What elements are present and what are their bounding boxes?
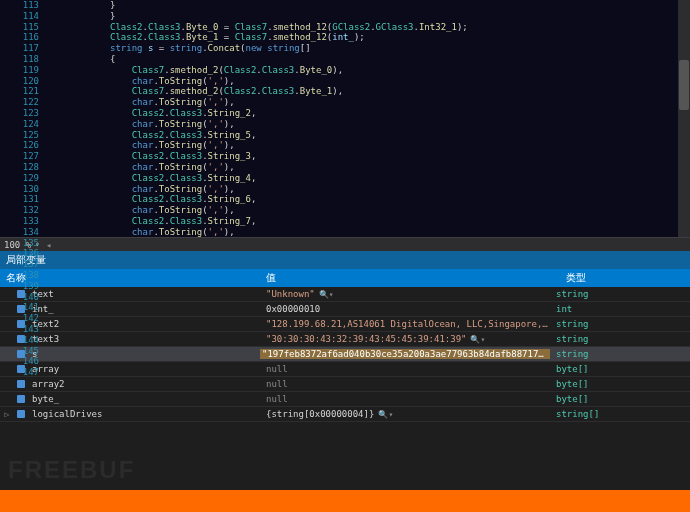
line-number: 141 xyxy=(0,302,39,313)
line-number: 146 xyxy=(0,356,39,367)
var-name: array2 xyxy=(30,379,260,389)
line-number: 114 xyxy=(0,11,39,22)
vertical-scrollbar[interactable] xyxy=(678,0,690,237)
code-line[interactable]: Class2.Class3.Byte_0 = Class7.smethod_12… xyxy=(45,22,690,33)
code-editor[interactable]: 1131141151161171181191201211221231241251… xyxy=(0,0,690,237)
locals-row[interactable]: int_0x00000010int xyxy=(0,302,690,317)
code-line[interactable]: Class2.Class3.String_7, xyxy=(45,216,690,227)
code-line[interactable]: char.ToString(','), xyxy=(45,140,690,151)
var-value[interactable]: "197feb8372af6ad040b30ce35a200a3ae77963b… xyxy=(260,349,550,359)
line-number: 120 xyxy=(0,76,39,87)
line-number: 127 xyxy=(0,151,39,162)
var-value[interactable]: null xyxy=(260,364,550,374)
magnify-icon[interactable]: 🔍▾ xyxy=(319,290,334,299)
header-name[interactable]: 名称 xyxy=(0,271,260,285)
code-line[interactable]: char.ToString(','), xyxy=(45,162,690,173)
line-number: 117 xyxy=(0,43,39,54)
var-type: string xyxy=(550,349,690,359)
var-value[interactable]: "Unknown"🔍▾ xyxy=(260,289,550,299)
code-line[interactable]: Class2.Class3.String_5, xyxy=(45,130,690,141)
var-name: byte_ xyxy=(30,394,260,404)
locals-row[interactable]: s"197feb8372af6ad040b30ce35a200a3ae77963… xyxy=(0,347,690,362)
code-line[interactable]: } xyxy=(45,0,690,11)
var-value[interactable]: null xyxy=(260,394,550,404)
header-type[interactable]: 类型 xyxy=(560,271,690,285)
code-line[interactable]: Class7.smethod_2(Class2.Class3.Byte_1), xyxy=(45,86,690,97)
var-type: byte[] xyxy=(550,379,690,389)
line-number: 131 xyxy=(0,194,39,205)
code-line[interactable]: Class2.Class3.String_6, xyxy=(45,194,690,205)
var-name: text2 xyxy=(30,319,260,329)
code-line[interactable]: char.ToString(','), xyxy=(45,97,690,108)
line-number: 128 xyxy=(0,162,39,173)
var-type: string[] xyxy=(550,409,690,419)
var-type: string xyxy=(550,319,690,329)
line-number: 137 xyxy=(0,259,39,270)
line-number: 147 xyxy=(0,367,39,378)
var-type: int xyxy=(550,304,690,314)
code-line[interactable]: string s = string.Concat(new string[] xyxy=(45,43,690,54)
scroll-left-icon[interactable]: ◂ xyxy=(46,240,51,250)
line-number: 145 xyxy=(0,346,39,357)
var-value[interactable]: "128.199.68.21,AS14061 DigitalOcean, LLC… xyxy=(260,319,550,329)
var-value[interactable]: {string[0x00000004]}🔍▾ xyxy=(260,409,550,419)
locals-row[interactable]: text2"128.199.68.21,AS14061 DigitalOcean… xyxy=(0,317,690,332)
var-name: int_ xyxy=(30,304,260,314)
header-value[interactable]: 值 xyxy=(260,271,560,285)
var-value[interactable]: null xyxy=(260,379,550,389)
expand-icon[interactable]: ▷ xyxy=(0,410,14,419)
locals-row[interactable]: arraynullbyte[] xyxy=(0,362,690,377)
code-line[interactable]: Class2.Class3.String_2, xyxy=(45,108,690,119)
code-line[interactable]: Class2.Class3.String_3, xyxy=(45,151,690,162)
code-line[interactable]: { xyxy=(45,54,690,65)
code-line[interactable]: } xyxy=(45,11,690,22)
var-name: array xyxy=(30,364,260,374)
code-content[interactable]: } } Class2.Class3.Byte_0 = Class7.smetho… xyxy=(45,0,690,237)
line-number: 142 xyxy=(0,313,39,324)
line-number: 130 xyxy=(0,184,39,195)
code-line[interactable]: char.ToString(','), xyxy=(45,76,690,87)
line-number: 144 xyxy=(0,335,39,346)
variable-icon xyxy=(14,409,28,419)
locals-row[interactable]: array2nullbyte[] xyxy=(0,377,690,392)
var-name: text xyxy=(30,289,260,299)
code-line[interactable]: Class2.Class3.Byte_1 = Class7.smethod_12… xyxy=(45,32,690,43)
line-number: 138 xyxy=(0,270,39,281)
line-number: 122 xyxy=(0,97,39,108)
line-number: 115 xyxy=(0,22,39,33)
line-number: 133 xyxy=(0,216,39,227)
line-number: 126 xyxy=(0,140,39,151)
line-number: 119 xyxy=(0,65,39,76)
line-number: 118 xyxy=(0,54,39,65)
locals-row[interactable]: ▷logicalDrives{string[0x00000004]}🔍▾stri… xyxy=(0,407,690,422)
status-bar xyxy=(0,490,690,512)
locals-row[interactable]: byte_nullbyte[] xyxy=(0,392,690,407)
locals-panel-header[interactable]: 局部变量 xyxy=(0,251,690,269)
code-line[interactable]: Class7.smethod_2(Class2.Class3.Byte_0), xyxy=(45,65,690,76)
code-line[interactable]: char.ToString(','), xyxy=(45,184,690,195)
locals-row[interactable]: text3"30:30:30:43:32:39:43:45:45:39:41:3… xyxy=(0,332,690,347)
zoom-bar: 100 % ▾ ◂ xyxy=(0,237,690,251)
code-line[interactable]: char.ToString(','), xyxy=(45,205,690,216)
code-line[interactable]: Class2.Class3.String_4, xyxy=(45,173,690,184)
var-name: text3 xyxy=(30,334,260,344)
magnify-icon[interactable]: 🔍▾ xyxy=(470,335,485,344)
code-line[interactable]: char.ToString(','), xyxy=(45,119,690,130)
var-value[interactable]: 0x00000010 xyxy=(260,304,550,314)
line-number: 129 xyxy=(0,173,39,184)
locals-grid-body[interactable]: text"Unknown"🔍▾stringint_0x00000010intte… xyxy=(0,287,690,422)
locals-row[interactable]: text"Unknown"🔍▾string xyxy=(0,287,690,302)
var-type: string xyxy=(550,289,690,299)
code-line[interactable]: char.ToString(','), xyxy=(45,227,690,237)
var-type: byte[] xyxy=(550,394,690,404)
line-number: 140 xyxy=(0,292,39,303)
var-type: string xyxy=(550,334,690,344)
line-number: 134 xyxy=(0,227,39,238)
scroll-thumb[interactable] xyxy=(679,60,689,110)
var-value[interactable]: "30:30:30:43:32:39:43:45:45:39:41:39"🔍▾ xyxy=(260,334,550,344)
line-number: 116 xyxy=(0,32,39,43)
line-number: 135 xyxy=(0,238,39,249)
line-number: 136 xyxy=(0,248,39,259)
line-number: 139 xyxy=(0,281,39,292)
magnify-icon[interactable]: 🔍▾ xyxy=(378,410,393,419)
